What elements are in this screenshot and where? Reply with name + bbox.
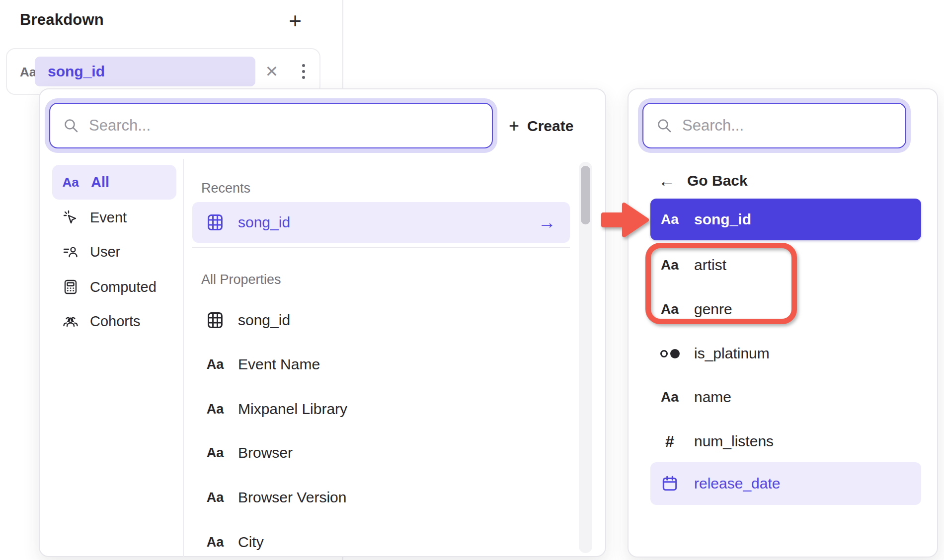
text-type-icon: Aa [204, 402, 226, 417]
property-row-event-name[interactable]: Aa Event Name [192, 349, 570, 380]
all-properties-heading: All Properties [201, 272, 281, 287]
group-property-row-genre[interactable]: Aa genre [650, 293, 921, 325]
group-property-row-release-date[interactable]: release_date [650, 462, 921, 505]
section-divider [192, 247, 570, 248]
data-grid-icon [206, 213, 225, 232]
back-arrow-icon: ← [658, 171, 675, 191]
search-box[interactable] [49, 103, 493, 148]
property-row-city[interactable]: Aa City [192, 526, 570, 558]
breakdown-chip-label: song_id [48, 63, 105, 80]
people-group-icon [62, 313, 79, 330]
scrollbar-track[interactable] [579, 162, 592, 553]
breakdown-title: Breakdown [20, 11, 104, 29]
text-type-icon: Aa [204, 490, 226, 505]
group-property-row-artist[interactable]: Aa artist [650, 249, 921, 281]
boolean-type-icon [660, 349, 680, 358]
kebab-dot [302, 76, 305, 79]
search-input[interactable] [682, 117, 892, 135]
property-row-browser-version[interactable]: Aa Browser Version [192, 482, 570, 513]
plus-icon: + [509, 117, 519, 135]
search-icon [656, 118, 672, 134]
panel-divider [183, 159, 184, 557]
category-user[interactable]: User [52, 234, 176, 269]
number-type-icon: # [658, 432, 681, 451]
text-type-icon: Aa [204, 535, 226, 550]
category-cohorts[interactable]: Cohorts [52, 304, 176, 339]
kebab-dot [302, 70, 305, 73]
category-computed[interactable]: Computed [52, 270, 176, 304]
property-row-browser[interactable]: Aa Browser [192, 437, 570, 469]
drill-in-arrow-icon[interactable]: → [538, 212, 556, 233]
breakdown-chip-card: Aa song_id ✕ [6, 48, 320, 95]
plus-icon: + [289, 8, 302, 33]
text-type-icon: Aa [61, 175, 80, 190]
screen: Breakdown + Aa song_id ✕ + Create [0, 0, 944, 560]
kebab-dot [302, 64, 305, 67]
user-icon [62, 243, 79, 260]
text-type-icon: Aa [658, 257, 681, 273]
recents-heading: Recents [201, 181, 250, 196]
property-picker-panel: + Create Aa All Event User [39, 88, 606, 557]
search-box[interactable] [642, 103, 906, 148]
property-row-mixpanel-library[interactable]: Aa Mixpanel Library [192, 393, 570, 425]
cursor-click-icon [62, 209, 79, 226]
category-all[interactable]: Aa All [52, 165, 176, 200]
group-property-row-song-id[interactable]: Aa song_id [650, 199, 921, 240]
create-property-button[interactable]: + Create [509, 113, 573, 139]
data-grid-icon [206, 311, 225, 330]
text-type-icon: Aa [658, 389, 681, 405]
go-back-button[interactable]: ← Go Back [658, 168, 748, 194]
group-property-row-num-listens[interactable]: # num_listens [650, 425, 921, 457]
text-type-icon: Aa [204, 445, 226, 461]
calendar-icon [661, 475, 679, 492]
remove-breakdown-button[interactable]: ✕ [258, 49, 286, 94]
add-breakdown-button[interactable]: + [281, 7, 309, 35]
group-property-picker-panel: ← Go Back Aa song_id Aa artist Aa genre … [628, 88, 938, 558]
scrollbar-thumb[interactable] [581, 166, 590, 224]
recent-property-song-id[interactable]: song_id → [192, 202, 570, 243]
group-property-row-name[interactable]: Aa name [650, 381, 921, 413]
search-input[interactable] [89, 117, 479, 135]
breakdown-chip[interactable]: song_id [35, 57, 255, 86]
calculator-icon [62, 279, 79, 295]
text-type-icon: Aa [658, 211, 681, 227]
close-icon: ✕ [265, 62, 279, 81]
category-event[interactable]: Event [52, 200, 176, 235]
property-row-song-id[interactable]: song_id [192, 304, 570, 336]
text-type-icon: Aa [658, 301, 681, 317]
text-type-icon: Aa [204, 357, 226, 372]
group-property-row-is-platinum[interactable]: is_platinum [650, 338, 921, 369]
search-icon [63, 118, 79, 134]
text-type-icon: Aa [20, 65, 36, 80]
breakdown-options-button[interactable] [291, 49, 316, 94]
